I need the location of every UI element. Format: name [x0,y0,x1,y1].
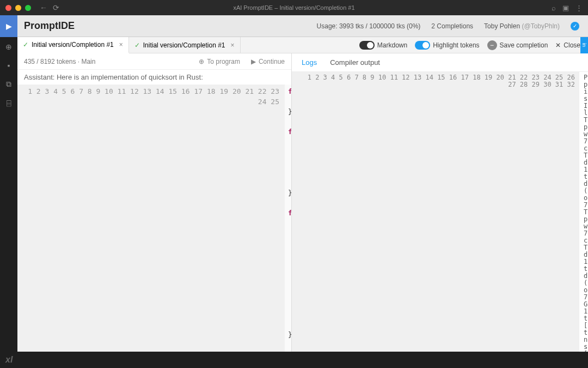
compiler-output-tab[interactable]: Compiler output [330,58,380,67]
check-icon: ✓ [134,41,140,49]
check-icon: ✓ [23,41,28,49]
verified-badge-icon: ✓ [571,22,579,31]
traffic-lights [5,5,31,11]
output-pane: Logs Compiler output 1 2 3 4 5 6 7 8 9 1… [292,53,588,368]
close-window-icon[interactable] [5,5,11,11]
sidebar-collapse-icon[interactable]: ⧉ [6,80,11,89]
activity-bar: ⊕ ▪ ⧉ ⌸ [0,37,17,368]
app-toolbar: ▶ PromptIDE Usage: 3993 tks / 1000000 tk… [0,15,588,37]
browser-nav: ← ⟳ [40,3,59,12]
usage-text: Usage: 3993 tks / 1000000 tks (0%) [317,22,421,30]
line-gutter: 1 2 3 4 5 6 7 8 9 10 11 12 13 14 15 16 1… [17,85,285,368]
tab-completion-2[interactable]: ✓ Initial version/Completion #1 × [129,37,241,53]
to-program-button[interactable]: ⊕ To program [199,58,240,65]
code-editor[interactable]: 1 2 3 4 5 6 7 8 9 10 11 12 13 14 15 16 1… [17,85,291,368]
database-icon[interactable]: ⌸ [7,99,11,107]
close-icon: ✕ [555,41,561,49]
tab-completion-1[interactable]: ✓ Initial version/Completion #1 × [17,37,129,53]
code-content[interactable]: fn quicksort(arr: &mut [i32]) { quicksor… [285,85,291,368]
tab-close-icon[interactable]: × [231,41,235,49]
back-icon[interactable]: ← [40,3,47,12]
refresh-icon[interactable]: ⟳ [53,3,59,12]
status-bar: xI [0,352,588,368]
minus-icon: − [487,40,497,50]
app-title: PromptIDE [24,20,75,32]
minimize-window-icon[interactable] [15,5,21,11]
close-button[interactable]: ✕ Close [555,41,580,49]
markdown-toggle[interactable]: Markdown [359,41,407,50]
completions-count[interactable]: 2 Completions [431,22,473,30]
maximize-window-icon[interactable] [25,5,31,11]
new-tab-icon[interactable]: ⊕ [5,43,12,51]
window-title: xAI PromptIDE – Initial version/Completi… [233,4,354,11]
xai-logo-icon: xI [5,355,13,365]
save-completion-button[interactable]: − Save completion [487,40,548,50]
editor-pane: 435 / 8192 tokens · Main ⊕ To program ▶ … [17,53,292,368]
tab-close-icon[interactable]: × [119,41,123,49]
tab-label: Initial version/Completion #1 [32,41,114,49]
log-content: Prompt program is starting.. Interpreter… [579,72,588,368]
menu-icon[interactable]: ⋮ [575,4,583,12]
side-panel-toggle[interactable]: in [580,37,588,53]
window-chrome: ← ⟳ xAI PromptIDE – Initial version/Comp… [0,0,588,15]
plus-circle-icon: ⊕ [199,58,204,65]
log-line-gutter: 1 2 3 4 5 6 7 8 9 10 11 12 13 14 15 16 1… [292,72,579,368]
play-icon: ▶ [251,58,256,65]
continue-button[interactable]: ▶ Continue [251,58,285,65]
search-icon[interactable]: ⌕ [552,4,556,12]
highlight-toggle[interactable]: Highlight tokens [415,41,479,50]
logs-tab[interactable]: Logs [302,58,317,67]
app-logo-icon[interactable]: ▶ [0,15,17,37]
user-name[interactable]: Toby Pohlen (@TobyPhln) [484,22,560,30]
files-icon[interactable]: ▪ [8,61,10,70]
assistant-message: Assistant: Here is an implementation of … [17,70,291,85]
tab-label: Initial version/Completion #1 [143,41,225,49]
token-status: 435 / 8192 tokens · Main [24,58,95,65]
tab-bar: ✓ Initial version/Completion #1 × ✓ Init… [17,37,588,53]
extension-icon[interactable]: ▣ [562,4,569,12]
